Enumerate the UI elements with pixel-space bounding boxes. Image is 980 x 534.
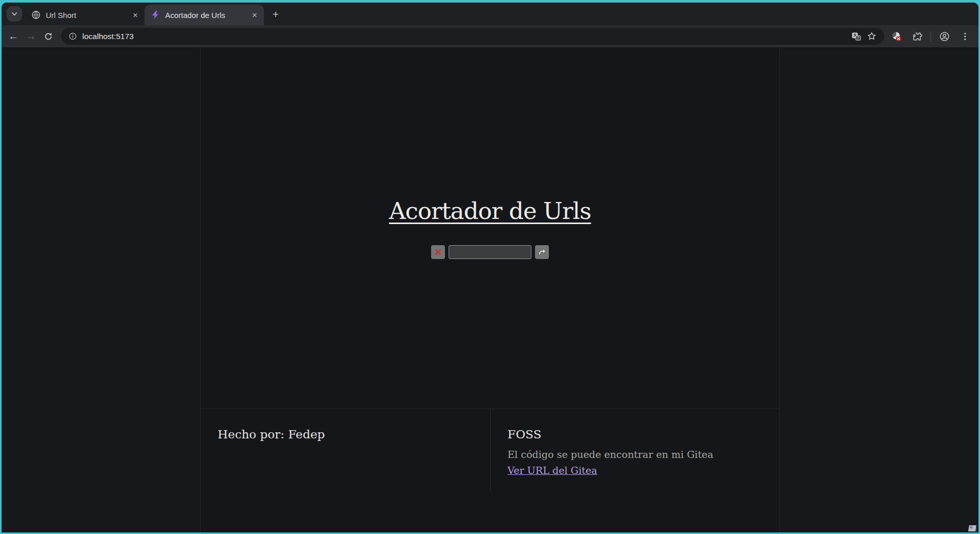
tab-acortador-active[interactable]: Acortador de Urls × bbox=[145, 5, 264, 25]
bookmark-star-icon[interactable] bbox=[864, 29, 879, 44]
browser-window: Url Short × Acortador de Urls × + ← → bbox=[2, 3, 978, 532]
app-container: Acortador de Urls bbox=[200, 47, 780, 532]
chevron-down-icon bbox=[11, 10, 18, 17]
url-shortener-form bbox=[431, 245, 549, 259]
vite-logo-icon bbox=[151, 10, 160, 20]
below-footer-section bbox=[201, 491, 779, 532]
foss-description: El código se puede encontrar en mi Gitea bbox=[508, 449, 764, 460]
toolbar-separator bbox=[931, 31, 931, 42]
tab-url-short[interactable]: Url Short × bbox=[25, 5, 145, 25]
close-tab-icon[interactable]: × bbox=[250, 10, 260, 20]
menu-kebab-icon[interactable] bbox=[957, 28, 973, 45]
browser-toolbar: ← → localhost:5173 bbox=[2, 25, 978, 47]
address-bar[interactable]: localhost:5173 bbox=[61, 28, 884, 45]
foss-title: FOSS bbox=[508, 428, 764, 441]
page-footer: Hecho por: Fedep FOSS El código se puede… bbox=[201, 409, 779, 491]
arrow-right-hook-icon bbox=[538, 248, 546, 256]
hero-section: Acortador de Urls bbox=[201, 47, 779, 409]
made-by-text: Hecho por: Fedep bbox=[218, 428, 475, 441]
adblock-extension-icon[interactable] bbox=[888, 28, 905, 45]
tab-title: Acortador de Urls bbox=[165, 11, 250, 20]
tab-strip: Url Short × Acortador de Urls × + bbox=[2, 3, 978, 25]
screenshot-indicator-icon bbox=[967, 524, 977, 532]
footer-foss-column: FOSS El código se puede encontrar en mi … bbox=[490, 409, 780, 491]
page-viewport: Acortador de Urls bbox=[2, 47, 978, 532]
extensions-puzzle-icon[interactable] bbox=[909, 28, 925, 45]
close-tab-icon[interactable]: × bbox=[130, 10, 140, 20]
profile-icon[interactable] bbox=[936, 28, 953, 45]
url-input[interactable] bbox=[449, 245, 531, 259]
reload-button[interactable] bbox=[40, 28, 57, 45]
forward-button[interactable]: → bbox=[22, 28, 40, 45]
page-title: Acortador de Urls bbox=[389, 197, 591, 225]
globe-icon bbox=[31, 10, 41, 20]
toolbar-right-icons bbox=[888, 28, 973, 45]
new-tab-button[interactable]: + bbox=[268, 7, 283, 22]
tab-search-button[interactable] bbox=[7, 6, 22, 22]
gitea-link[interactable]: Ver URL del Gitea bbox=[508, 465, 597, 476]
clear-button[interactable] bbox=[431, 245, 445, 259]
back-button[interactable]: ← bbox=[5, 28, 22, 45]
tab-title: Url Short bbox=[46, 11, 130, 20]
footer-author-column: Hecho por: Fedep bbox=[201, 409, 490, 491]
site-info-icon[interactable] bbox=[68, 32, 77, 41]
translate-icon[interactable] bbox=[848, 29, 864, 44]
submit-button[interactable] bbox=[535, 245, 549, 259]
reload-icon bbox=[44, 32, 53, 41]
url-text: localhost:5173 bbox=[82, 32, 134, 41]
red-x-icon bbox=[434, 248, 442, 256]
